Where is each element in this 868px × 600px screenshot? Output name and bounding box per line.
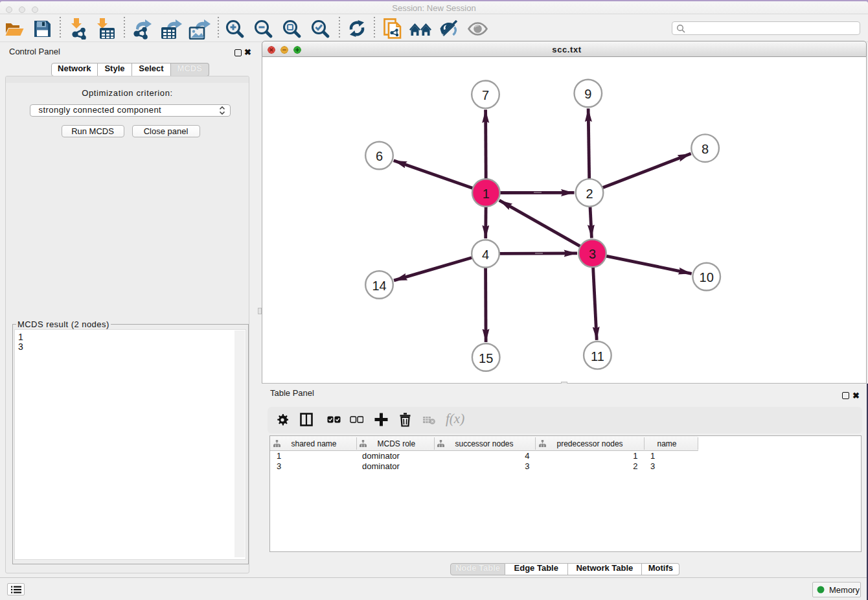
- svg-text:2: 2: [586, 187, 593, 201]
- svg-text:6: 6: [376, 149, 383, 163]
- svg-text:1: 1: [483, 187, 490, 201]
- svg-text:4: 4: [482, 248, 489, 262]
- svg-text:8: 8: [702, 142, 709, 156]
- svg-text:10: 10: [700, 270, 714, 284]
- svg-text:11: 11: [591, 349, 604, 363]
- svg-text:9: 9: [584, 87, 591, 101]
- svg-text:14: 14: [372, 279, 386, 293]
- svg-text:7: 7: [482, 88, 489, 102]
- svg-text:3: 3: [589, 247, 596, 261]
- svg-text:15: 15: [479, 351, 493, 365]
